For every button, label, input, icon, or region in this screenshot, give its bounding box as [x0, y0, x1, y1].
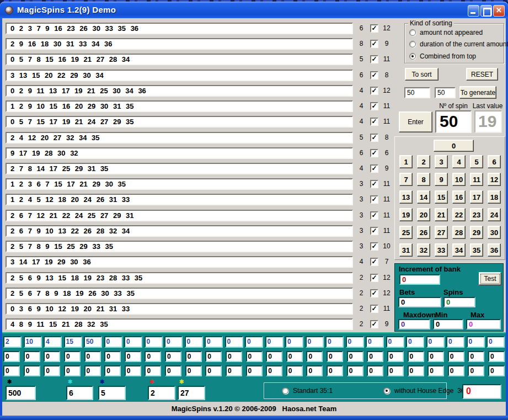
row-checkbox[interactable]: ✓: [370, 242, 378, 251]
row-checkbox[interactable]: ✓: [370, 87, 378, 95]
spin-numbers-field[interactable]: 3 13 15 20 22 29 30 34: [6, 70, 353, 81]
close-icon[interactable]: [493, 5, 505, 17]
bet-grid-cell[interactable]: 0: [104, 336, 122, 348]
bet-grid-cell[interactable]: 0: [185, 351, 202, 362]
to-sort-button[interactable]: To sort: [405, 68, 439, 81]
bet-grid-cell[interactable]: 0: [448, 365, 464, 376]
maxdown-input[interactable]: 0: [398, 319, 430, 329]
bet-grid-cell[interactable]: 0: [286, 365, 303, 376]
radio-icon[interactable]: [409, 53, 416, 60]
row-checkbox[interactable]: ✓: [370, 71, 378, 79]
numpad-9-button[interactable]: 9: [435, 173, 448, 186]
numpad-28-button[interactable]: 28: [452, 226, 466, 239]
bet-grid-cell[interactable]: 0: [205, 336, 223, 348]
numpad-20-button[interactable]: 20: [417, 208, 430, 221]
bet-grid-cell[interactable]: 0: [24, 351, 40, 362]
numpad-19-button[interactable]: 19: [399, 208, 413, 221]
bet-grid-cell[interactable]: 0: [468, 365, 484, 376]
row-checkbox[interactable]: ✓: [370, 274, 378, 282]
bet-grid-cell[interactable]: 0: [366, 336, 384, 348]
bet-grid-cell[interactable]: 0: [164, 336, 183, 348]
numpad-0-button[interactable]: 0: [434, 140, 474, 152]
max-input[interactable]: 0: [466, 319, 501, 329]
numpad-29-button[interactable]: 29: [470, 226, 483, 239]
stake-input[interactable]: 6: [66, 386, 93, 400]
numpad-22-button[interactable]: 22: [452, 208, 466, 221]
radio-icon[interactable]: [409, 41, 416, 47]
bet-grid-cell[interactable]: 50: [84, 336, 102, 348]
bet-grid-cell[interactable]: 0: [185, 336, 203, 348]
spin-numbers-field[interactable]: 2 6 7 12 21 22 24 25 27 29 31: [6, 210, 353, 221]
bet-grid-cell[interactable]: 10: [24, 336, 42, 348]
increment-of-bank-input[interactable]: 0: [399, 274, 440, 285]
row-checkbox[interactable]: ✓: [370, 102, 378, 110]
numpad-5-button[interactable]: 5: [470, 155, 483, 168]
row-checkbox[interactable]: ✓: [370, 320, 378, 328]
radio-icon[interactable]: [409, 29, 416, 36]
spin-numbers-field[interactable]: 2 4 12 20 27 32 34 35: [6, 132, 353, 143]
bet-grid-cell[interactable]: 0: [325, 336, 344, 348]
row-checkbox[interactable]: ✓: [370, 289, 378, 297]
bet-grid-cell[interactable]: 0: [367, 351, 383, 362]
spin-numbers-field[interactable]: 4 8 9 11 15 21 28 32 35: [6, 318, 353, 330]
bet-grid-cell[interactable]: 0: [266, 365, 282, 376]
bet-grid-cell[interactable]: 0: [205, 365, 222, 376]
spin-numbers-field[interactable]: 9 17 19 28 30 32: [6, 147, 353, 159]
bet-grid-cell[interactable]: 0: [448, 351, 464, 362]
test-button[interactable]: Test: [479, 272, 501, 285]
bet-grid-cell[interactable]: 0: [44, 365, 60, 376]
bet-grid-cell[interactable]: 0: [347, 351, 363, 362]
row-checkbox[interactable]: ✓: [370, 118, 378, 126]
spin-numbers-field[interactable]: 1 2 4 5 12 18 20 24 26 31 33: [6, 194, 353, 205]
bet-grid-cell[interactable]: 0: [488, 365, 505, 376]
bet-grid-cell[interactable]: 0: [306, 351, 323, 362]
spin-numbers-field[interactable]: 2 9 16 18 30 31 33 34 36: [6, 38, 353, 50]
bet-grid-cell[interactable]: 0: [246, 351, 263, 362]
bet-grid-cell[interactable]: 0: [387, 351, 404, 362]
spin-numbers-field[interactable]: 3 14 17 19 29 30 36: [6, 256, 353, 268]
numpad-4-button[interactable]: 4: [452, 155, 466, 168]
bet-grid-cell[interactable]: 0: [125, 351, 141, 362]
spin-numbers-field[interactable]: 0 3 6 9 10 12 19 20 21 31 33: [6, 303, 353, 315]
sorting-option-combined[interactable]: Combined from top: [409, 52, 476, 60]
numpad-23-button[interactable]: 23: [470, 208, 483, 221]
numpad-36-button[interactable]: 36: [488, 243, 501, 257]
generate-count-input-2[interactable]: 50: [435, 87, 456, 98]
numpad-8-button[interactable]: 8: [417, 173, 430, 186]
bet-grid-cell[interactable]: 0: [346, 336, 364, 348]
numpad-17-button[interactable]: 17: [470, 190, 483, 204]
numpad-1-button[interactable]: 1: [399, 155, 413, 168]
numpad-21-button[interactable]: 21: [435, 208, 448, 221]
bet-grid-cell[interactable]: 0: [306, 336, 324, 348]
spin-numbers-field[interactable]: 0 2 3 7 9 16 23 26 30 33 35 36: [6, 23, 353, 34]
bet-grid-cell[interactable]: 0: [386, 336, 404, 348]
spin-numbers-field[interactable]: 0 2 9 11 13 17 19 21 25 30 34 36: [6, 85, 353, 97]
bet-grid-cell[interactable]: 0: [427, 365, 444, 376]
numpad-11-button[interactable]: 11: [470, 173, 483, 186]
bet-grid-cell[interactable]: 0: [488, 351, 505, 362]
numpad-34-button[interactable]: 34: [452, 243, 466, 257]
bet-grid-cell[interactable]: 0: [408, 365, 424, 376]
result-display[interactable]: 0: [462, 384, 501, 399]
bet-grid-cell[interactable]: 0: [467, 336, 485, 348]
bet-grid-cell[interactable]: 0: [406, 336, 424, 348]
numpad-27-button[interactable]: 27: [435, 226, 448, 239]
spin-numbers-field[interactable]: 2 5 7 8 9 15 25 29 33 35: [6, 241, 353, 252]
bet-grid-cell[interactable]: 0: [408, 351, 424, 362]
bet-grid-cell[interactable]: 0: [246, 365, 263, 376]
bet-grid-cell[interactable]: 0: [446, 336, 464, 348]
bet-grid-cell[interactable]: 0: [427, 351, 444, 362]
bet-grid-cell[interactable]: 0: [104, 351, 121, 362]
bet-grid-cell[interactable]: 0: [426, 336, 445, 348]
numpad-24-button[interactable]: 24: [488, 208, 501, 221]
bet-grid-cell[interactable]: 0: [285, 336, 303, 348]
bet-grid-cell[interactable]: 4: [44, 336, 62, 348]
spin-numbers-field[interactable]: 1 2 3 6 7 15 17 21 29 30 35: [6, 178, 353, 190]
bet-grid-cell[interactable]: 0: [387, 365, 404, 376]
bet-grid-cell[interactable]: 0: [286, 351, 303, 362]
bet-grid-cell[interactable]: 0: [468, 351, 484, 362]
bet-grid-cell[interactable]: 0: [327, 351, 343, 362]
bet-grid-cell[interactable]: 0: [84, 365, 101, 376]
spin-numbers-field[interactable]: 2 7 8 14 17 25 29 31 35: [6, 163, 353, 174]
bet-grid-cell[interactable]: 2: [3, 336, 22, 348]
